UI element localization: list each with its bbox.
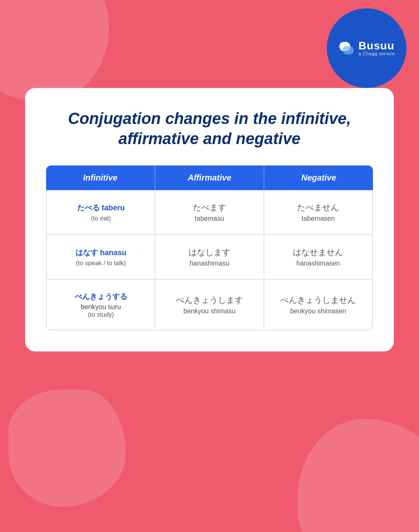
negative-romaji-3: benkyou shimasen: [290, 307, 346, 315]
header-infinitive: Infinitive: [46, 165, 155, 190]
cell-infinitive-3: べんきょうする benkyou suru (to study): [47, 280, 155, 330]
affirmative-romaji-1: tabemasu: [195, 215, 224, 222]
cell-affirmative-2: はなします hanashimasu: [155, 235, 264, 279]
negative-romaji-2: hanashimasen: [296, 260, 340, 267]
table-body: たべる taberu (to eat) たべます tabemasu たべません …: [46, 190, 373, 331]
cell-negative-3: べんきょうしません benkyou shimasen: [264, 280, 372, 330]
negative-romaji-1: tabemasen: [302, 215, 335, 222]
table-row: はなす hanasu (to speak / to talk) はなします ha…: [47, 235, 372, 280]
infinitive-japanese-1: たべる taberu: [77, 203, 125, 213]
affirmative-romaji-3: benkyou shimasu: [184, 307, 236, 315]
main-card: Conjugation changes in the infinitive, a…: [25, 88, 394, 351]
busuu-logo: Busuu a Chegg service: [327, 8, 406, 88]
cell-negative-1: たべません tabemasen: [264, 190, 372, 234]
affirmative-japanese-2: はなします: [189, 247, 230, 258]
negative-japanese-3: べんきょうしません: [280, 294, 356, 306]
affirmative-japanese-3: べんきょうします: [176, 294, 243, 306]
table-row: たべる taberu (to eat) たべます tabemasu たべません …: [47, 190, 372, 235]
cell-infinitive-2: はなす hanasu (to speak / to talk): [47, 235, 155, 279]
busuu-brand-name: Busuu: [359, 40, 395, 51]
card-title: Conjugation changes in the infinitive, a…: [46, 109, 373, 149]
table-row: べんきょうする benkyou suru (to study) べんきょうします…: [47, 280, 372, 330]
conjugation-table: Infinitive Affirmative Negative たべる tabe…: [46, 165, 373, 331]
busuu-icon: [339, 40, 354, 56]
affirmative-japanese-1: たべます: [193, 202, 226, 213]
cell-infinitive-1: たべる taberu (to eat): [47, 190, 155, 234]
svg-rect-1: [343, 46, 354, 54]
infinitive-translation-3: (to study): [88, 311, 114, 318]
cell-affirmative-3: べんきょうします benkyou shimasu: [155, 280, 264, 330]
negative-japanese-1: たべません: [297, 202, 339, 213]
negative-japanese-2: はなせません: [293, 247, 343, 258]
infinitive-translation-1: (to eat): [91, 214, 111, 222]
header-negative: Negative: [264, 165, 373, 190]
infinitive-translation-2: (to speak / to talk): [76, 259, 126, 266]
infinitive-japanese-3: べんきょうする: [75, 292, 127, 302]
cell-negative-2: はなせません hanashimasen: [264, 235, 372, 279]
table-header: Infinitive Affirmative Negative: [46, 165, 373, 190]
affirmative-romaji-2: hanashimasu: [189, 260, 229, 267]
decorative-blob-bottom-left: [8, 390, 126, 507]
cell-affirmative-1: たべます tabemasu: [155, 190, 264, 234]
busuu-tagline: a Chegg service: [359, 51, 395, 56]
header-affirmative: Affirmative: [155, 165, 265, 190]
infinitive-japanese-2: はなす hanasu: [75, 248, 127, 258]
decorative-blob-bottom-right: [297, 419, 419, 532]
infinitive-romaji-3: benkyou suru: [81, 303, 121, 311]
decorative-blob-top-left: [0, 0, 109, 101]
